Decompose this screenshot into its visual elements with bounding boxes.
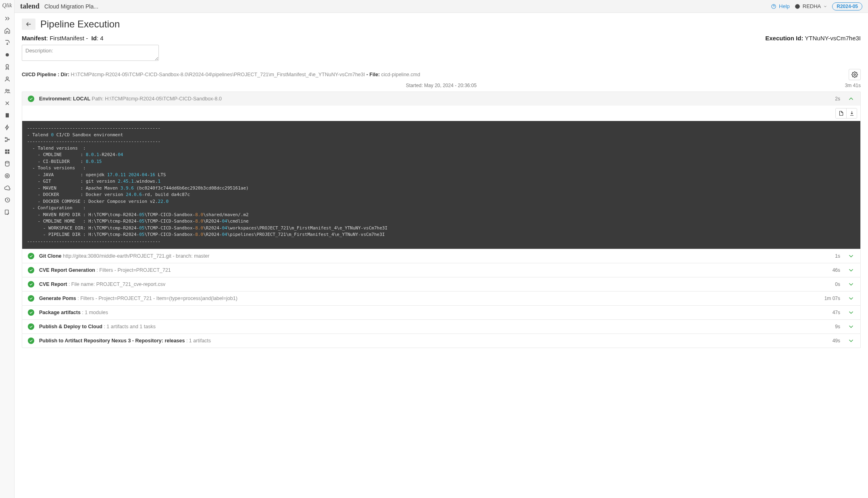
user-menu[interactable]: REDHA: [795, 3, 828, 9]
step-title: CVE Report Generation: [39, 267, 95, 273]
chevron-down-icon[interactable]: [847, 267, 855, 274]
db-icon[interactable]: [0, 158, 15, 169]
pipeline-step-header[interactable]: CVE Report : File name: PROJECT_721_cve-…: [22, 277, 860, 291]
step-duration: 47s: [833, 310, 840, 315]
arrow-left-icon: [25, 21, 32, 28]
svg-rect-5: [6, 113, 9, 118]
pipeline-step: Git Clone http://gitea:3080/middle-earth…: [22, 249, 861, 263]
checkout-icon[interactable]: [0, 206, 15, 218]
manifest-meta: Manifest: FirstManifest - Id: 4: [22, 35, 104, 42]
svg-point-6: [5, 138, 6, 139]
history-icon[interactable]: [0, 194, 15, 206]
description-input[interactable]: Description:: [22, 45, 159, 61]
settings-button[interactable]: [849, 69, 861, 80]
execution-id: Execution Id: YTNuNY-vsCm7he3I: [765, 35, 861, 42]
expand-icon[interactable]: [0, 13, 15, 24]
chevron-down-icon: [823, 4, 827, 8]
tools-icon[interactable]: [0, 98, 15, 109]
chevron-down-icon[interactable]: [847, 323, 855, 330]
total-duration: 3m 41s: [845, 83, 861, 88]
pipeline-step-header[interactable]: Git Clone http://gitea:3080/middle-earth…: [22, 249, 860, 263]
grid-icon[interactable]: [0, 146, 15, 157]
version-pill[interactable]: R2024-05: [832, 2, 862, 10]
chevron-down-icon[interactable]: [847, 337, 855, 344]
svg-point-3: [6, 89, 7, 91]
svg-point-20: [854, 74, 856, 75]
export-icon[interactable]: [0, 37, 15, 48]
pipeline-step: Publish to Artifact Repository Nexus 3 -…: [22, 333, 861, 348]
pipeline-step-header[interactable]: Generate Poms : Filters - Project=PROJEC…: [22, 292, 860, 305]
console-output: ----------------------------------------…: [22, 121, 861, 249]
step-duration: 1s: [835, 253, 840, 259]
copy-log-button[interactable]: [836, 108, 846, 118]
back-button[interactable]: [22, 19, 35, 30]
svg-rect-17: [5, 210, 8, 215]
check-icon: [28, 281, 34, 288]
svg-point-14: [5, 174, 9, 178]
chevron-down-icon[interactable]: [847, 309, 855, 316]
pipeline-step-header[interactable]: Publish to Artifact Repository Nexus 3 -…: [22, 334, 860, 348]
user-name: REDHA: [803, 3, 821, 9]
check-icon: [28, 338, 34, 344]
check-icon: [28, 323, 34, 330]
pipeline-step: Generate Poms : Filters - Project=PROJEC…: [22, 291, 861, 306]
qlik-logo: Qlik: [2, 2, 12, 9]
file-icon: [838, 110, 844, 116]
svg-point-8: [8, 139, 9, 140]
pipeline-step-header[interactable]: CVE Report Generation : Filters - Projec…: [22, 263, 860, 277]
step-title: CVE Report: [39, 281, 67, 287]
started-time: Started: May 20, 2024 - 20:36:05: [406, 83, 477, 88]
status-icon[interactable]: [0, 49, 15, 60]
check-icon: [28, 253, 34, 259]
help-link[interactable]: Help: [771, 3, 790, 9]
check-icon: [28, 267, 34, 273]
gear-icon: [851, 71, 858, 78]
svg-point-2: [6, 77, 8, 79]
home-icon[interactable]: [0, 25, 15, 36]
pipeline-step-header[interactable]: Publish & Deploy to Cloud : 1 artifacts …: [22, 320, 860, 333]
tree-icon[interactable]: [0, 134, 15, 145]
page-title: Pipeline Execution: [40, 19, 120, 30]
chevron-down-icon[interactable]: [847, 252, 855, 260]
step-duration: 9s: [835, 324, 840, 329]
step-title: Publish to Artifact Repository Nexus 3 -…: [39, 338, 185, 344]
check-icon: [28, 96, 34, 102]
step-duration: 49s: [833, 338, 840, 344]
info-icon[interactable]: [0, 110, 15, 121]
chevron-down-icon[interactable]: [847, 281, 855, 288]
left-nav: Qlik: [0, 0, 15, 498]
svg-point-4: [8, 90, 9, 91]
chevron-down-icon[interactable]: [847, 295, 855, 302]
badge-icon[interactable]: [0, 61, 15, 73]
description-label: Description:: [25, 48, 53, 54]
help-label: Help: [779, 3, 790, 9]
svg-rect-10: [7, 150, 9, 152]
pipeline-step-header[interactable]: Package artifacts : 1 modules47s: [22, 306, 860, 319]
pipeline-step: CVE Report Generation : Filters - Projec…: [22, 263, 861, 277]
pipeline-step: Package artifacts : 1 modules47s: [22, 305, 861, 320]
pipeline-step: CVE Report : File name: PROJECT_721_cve-…: [22, 277, 861, 292]
brand-logo: talend: [20, 2, 40, 10]
pipeline-step: Environment: LOCAL Path: H:\TCMP\tcmp-R2…: [22, 92, 861, 106]
app-title: Cloud Migration Pla...: [44, 3, 98, 10]
step-title: Generate Poms: [39, 296, 76, 301]
step-title: Environment: LOCAL: [39, 96, 90, 102]
log-toolbar: [22, 106, 861, 121]
step-duration: 0s: [835, 281, 840, 287]
pipeline-step-header[interactable]: Environment: LOCAL Path: H:\TCMP\tcmp-R2…: [22, 92, 860, 106]
svg-rect-9: [5, 150, 7, 152]
chevron-up-icon[interactable]: [847, 95, 855, 102]
download-log-button[interactable]: [846, 108, 857, 118]
svg-point-19: [795, 4, 800, 9]
step-title: Package artifacts: [39, 310, 81, 315]
user-icon[interactable]: [0, 73, 15, 85]
svg-rect-12: [7, 152, 9, 154]
download-icon: [849, 110, 855, 116]
flash-icon[interactable]: [0, 122, 15, 133]
users-icon[interactable]: [0, 85, 15, 97]
target-icon[interactable]: [0, 170, 15, 181]
cloud-icon[interactable]: [0, 182, 15, 194]
check-icon: [28, 295, 34, 302]
topbar: talend Cloud Migration Pla... Help REDHA…: [15, 0, 868, 13]
pipeline-dir: CI/CD Pipeline : Dir: H:\TCMP\tcmp-R2024…: [22, 72, 420, 77]
